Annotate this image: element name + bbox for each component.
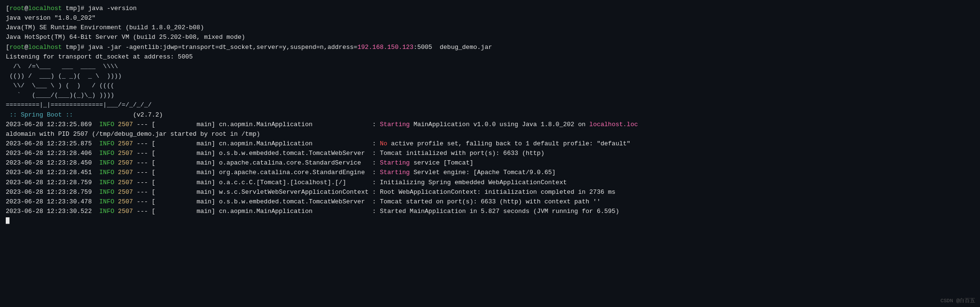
listening-transport: Listening for transport dt_socket at add… (6, 52, 974, 62)
watermark: CSDN @白百五 (940, 297, 975, 304)
log8: 2023-06-28 12:23:30.478 INFO 2507 --- [ … (6, 197, 974, 207)
log1: 2023-06-28 12:23:25.869 INFO 2507 --- [ … (6, 120, 974, 130)
cmd-java-version: [root@localhost tmp]# java -version (6, 4, 974, 13)
log7: 2023-06-28 12:23:28.759 INFO 2507 --- [ … (6, 188, 974, 197)
java-version-output: java version "1.8.0_202" (6, 13, 974, 23)
terminal-window: [root@localhost tmp]# java -versionjava … (6, 4, 974, 226)
terminal-content: [root@localhost tmp]# java -versionjava … (6, 4, 974, 226)
spring-art4: ` (____/(___)(_)\_) )))) (6, 91, 974, 100)
log1-cont: aldomain with PID 2507 (/tmp/debug_demo.… (6, 130, 974, 139)
java-tm-se: Java(TM) SE Runtime Environment (build 1… (6, 23, 974, 33)
log6: 2023-06-28 12:23:28.759 INFO 2507 --- [ … (6, 178, 974, 188)
log3: 2023-06-28 12:23:28.406 INFO 2507 --- [ … (6, 149, 974, 158)
spring-boot-label: :: Spring Boot :: (v2.7.2) (6, 110, 974, 120)
log2: 2023-06-28 12:23:25.875 INFO 2507 --- [ … (6, 139, 974, 149)
spring-art3: \\/ \___ \ ) ( ) / (((( (6, 81, 974, 91)
log4: 2023-06-28 12:23:28.450 INFO 2507 --- [ … (6, 158, 974, 168)
log5: 2023-06-28 12:23:28.451 INFO 2507 --- [ … (6, 168, 974, 177)
log9: 2023-06-28 12:23:30.522 INFO 2507 --- [ … (6, 207, 974, 216)
java-hotspot: Java HotSpot(TM) 64-Bit Server VM (build… (6, 33, 974, 42)
spring-art5: =========|_|==============|___/=/_/_/_/ (6, 100, 974, 110)
cmd-java-jar: [root@localhost tmp]# java -jar -agentli… (6, 43, 974, 52)
spring-art1: /\ /=\___ ___ ____ \\\\ (6, 62, 974, 71)
spring-art2: (()) / ___) (_ _)( _ \ )))) (6, 71, 974, 81)
cursor-line: █ (6, 216, 974, 226)
